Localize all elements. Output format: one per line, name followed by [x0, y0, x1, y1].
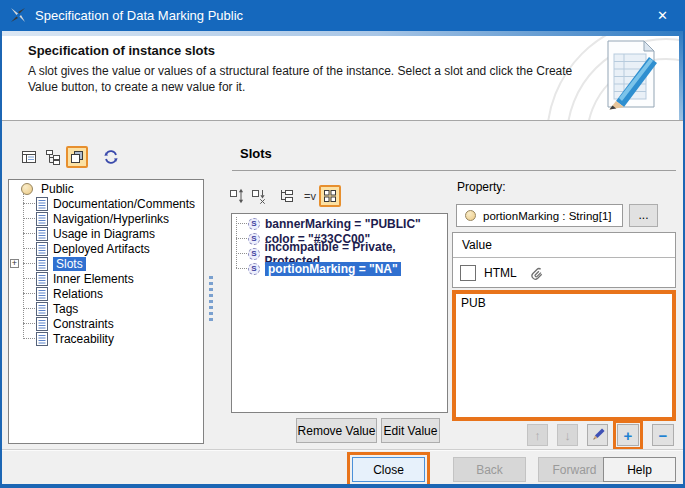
panel-splitter[interactable] — [207, 276, 214, 324]
slot-icon: S — [248, 218, 260, 230]
html-row: HTML — [453, 258, 675, 287]
value-text-editor[interactable]: PUB — [452, 290, 676, 421]
tree-item-label: Deployed Artifacts — [53, 242, 150, 256]
close-window-button[interactable]: ✕ — [640, 0, 685, 31]
edit-value-pencil-button[interactable] — [587, 424, 608, 446]
help-button[interactable]: Help — [603, 457, 676, 482]
back-button[interactable]: Back — [453, 457, 526, 482]
tree-item-label: Public — [41, 182, 74, 196]
html-checkbox[interactable] — [460, 265, 476, 281]
tree-item-slots[interactable]: Slots — [9, 256, 203, 271]
property-name: portionMarking : String[1] — [483, 210, 611, 222]
highlight-ring-add-value: + — [613, 420, 643, 450]
html-label: HTML — [484, 266, 517, 280]
document-icon — [36, 302, 48, 316]
document-icon — [36, 287, 48, 301]
banner-separator — [0, 120, 685, 121]
tree-item-constraints[interactable]: Constraints — [9, 316, 203, 331]
banner-description: A slot gives the value or values of a st… — [28, 63, 580, 95]
close-button[interactable]: Close — [352, 457, 425, 482]
grid-mode-button[interactable] — [319, 185, 341, 207]
slot-item-bannermarking[interactable]: S bannerMarking = "PUBLIC" — [232, 216, 421, 231]
browse-property-button[interactable]: ... — [629, 204, 658, 227]
tree-item-label: Relations — [53, 287, 103, 301]
tree-item-traceability[interactable]: Traceability — [9, 331, 203, 346]
tree-item-inner-elements[interactable]: Inner Elements — [9, 271, 203, 286]
delete-value-button[interactable] — [249, 186, 269, 206]
specification-dialog: Specification of Data Marking Public ✕ S… — [0, 0, 685, 488]
show-values-button[interactable]: =v — [300, 186, 320, 206]
dialog-banner: Specification of instance slots A slot g… — [0, 31, 685, 120]
slot-item-portionmarking[interactable]: S portionMarking = "NA" — [232, 261, 401, 276]
document-icon — [36, 332, 48, 346]
tree-item-navigation[interactable]: Navigation/Hyperlinks — [9, 211, 203, 226]
slot-item-incompatible[interactable]: S incompatible = Private, Protected — [232, 246, 447, 261]
slot-item-label-selected: portionMarking = "NA" — [265, 262, 401, 276]
magicdraw-logo-icon — [10, 7, 26, 23]
tree-item-label: Navigation/Hyperlinks — [53, 212, 169, 226]
refresh-icon — [103, 149, 119, 165]
banner-top-stripe — [0, 31, 685, 36]
containment-view-button[interactable] — [42, 146, 64, 168]
specification-view-button[interactable] — [18, 146, 40, 168]
tree-item-relations[interactable]: Relations — [9, 286, 203, 301]
plus-icon: + — [624, 428, 633, 443]
tree-item-public[interactable]: Public — [9, 181, 203, 196]
tree-item-documentation[interactable]: Documentation/Comments — [9, 196, 203, 211]
tree-item-label-selected: Slots — [53, 257, 86, 271]
delete-value-icon — [251, 188, 267, 204]
document-pencil-icon — [592, 37, 678, 115]
create-value-button[interactable] — [227, 186, 247, 206]
tree-item-label: Usage in Diagrams — [53, 227, 155, 241]
tree-item-tags[interactable]: Tags — [9, 301, 203, 316]
footer-separator — [0, 449, 685, 450]
window-title: Specification of Data Marking Public — [35, 0, 243, 31]
add-value-button[interactable]: + — [617, 424, 639, 446]
slot-item-label: bannerMarking = "PUBLIC" — [265, 217, 421, 231]
value-table: Value HTML — [452, 232, 676, 288]
tree-item-label: Documentation/Comments — [53, 197, 195, 211]
document-icon — [36, 272, 48, 286]
tree-view-icon — [45, 149, 61, 165]
tree-item-label: Tags — [53, 302, 78, 316]
refresh-button[interactable] — [100, 146, 122, 168]
slot-icon: S — [248, 263, 260, 275]
tree-item-usage[interactable]: Usage in Diagrams — [9, 226, 203, 241]
slots-header-separator — [232, 170, 676, 171]
show-values-icon: =v — [304, 190, 316, 202]
paperclip-icon[interactable] — [529, 265, 545, 281]
tree-item-label: Inner Elements — [53, 272, 134, 286]
slot-icon: S — [248, 248, 260, 260]
move-value-up-button[interactable]: ↑ — [527, 424, 548, 446]
window-border — [0, 484, 685, 488]
instance-icon — [21, 183, 33, 195]
document-icon — [36, 212, 48, 226]
tree-structure-icon — [278, 188, 294, 204]
specification-tree: Public Documentation/Comments Navigation… — [8, 179, 204, 444]
splitter-grip — [209, 276, 213, 324]
remove-value-button[interactable]: Remove Value — [296, 418, 377, 443]
banner-heading: Specification of instance slots — [28, 43, 215, 58]
tree-mode-button[interactable] — [276, 186, 296, 206]
tree-item-label: Traceability — [53, 332, 114, 346]
remove-value-minus-button[interactable]: − — [652, 424, 674, 446]
tree-item-deployed[interactable]: Deployed Artifacts — [9, 241, 203, 256]
close-icon: ✕ — [657, 8, 668, 23]
grid-icon — [322, 188, 338, 204]
overlapping-squares-icon — [69, 149, 85, 165]
value-column-header: Value — [453, 233, 675, 258]
arrow-down-icon: ↓ — [564, 428, 571, 443]
title-bar: Specification of Data Marking Public ✕ — [0, 0, 685, 31]
document-icon — [36, 257, 48, 271]
move-value-down-button[interactable]: ↓ — [557, 424, 578, 446]
edit-value-button[interactable]: Edit Value — [381, 418, 440, 443]
property-instance-icon — [465, 210, 476, 221]
properties-view-button[interactable] — [66, 146, 88, 168]
document-icon — [36, 242, 48, 256]
tree-item-label: Constraints — [53, 317, 114, 331]
create-value-icon — [229, 188, 245, 204]
slots-list: S bannerMarking = "PUBLIC" S color = "#3… — [231, 213, 448, 413]
window-border — [0, 31, 2, 488]
pencil-icon — [590, 427, 606, 443]
forward-button[interactable]: Forward — [538, 457, 611, 482]
